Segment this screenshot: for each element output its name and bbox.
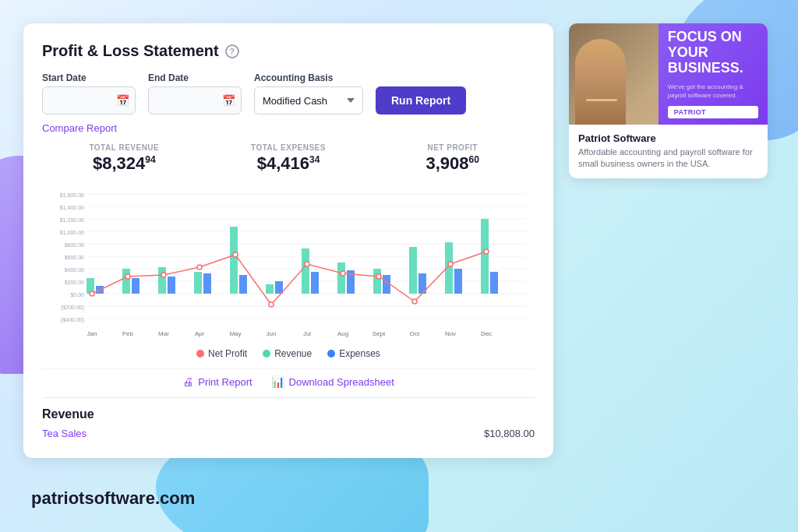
print-report-link[interactable]: 🖨 Print Report <box>182 375 252 388</box>
end-date-group: End Date 📅 <box>148 72 242 115</box>
svg-point-58 <box>90 291 94 296</box>
tea-sales-amount: $10,808.00 <box>484 428 535 439</box>
svg-text:May: May <box>229 330 241 337</box>
legend-expenses-label: Expenses <box>339 348 380 359</box>
svg-point-59 <box>125 274 130 279</box>
svg-rect-48 <box>168 277 175 294</box>
end-date-input[interactable] <box>148 86 242 115</box>
ad-subtext: We've got the accounting & payroll softw… <box>668 83 758 100</box>
svg-rect-45 <box>481 219 489 294</box>
svg-text:Oct: Oct <box>410 330 420 337</box>
compare-report-link[interactable]: Compare Report <box>42 122 117 134</box>
stats-row: TOTAL REVENUE $8,32494 TOTAL EXPENSES $4… <box>42 143 535 174</box>
svg-rect-47 <box>132 278 139 294</box>
spreadsheet-icon: 📊 <box>271 375 284 388</box>
ad-headline: FOCUS ON YOUR BUSINESS. <box>668 30 758 76</box>
action-links: 🖨 Print Report 📊 Download Spreadsheet <box>42 368 535 388</box>
legend-revenue: Revenue <box>263 348 312 359</box>
svg-point-69 <box>484 249 489 254</box>
svg-rect-52 <box>311 272 319 294</box>
revenue-section: Revenue Tea Sales $10,808.00 <box>42 397 535 439</box>
svg-text:$200.00: $200.00 <box>65 280 84 285</box>
svg-rect-37 <box>194 272 202 294</box>
total-expenses-stat: TOTAL EXPENSES $4,41634 <box>207 143 371 174</box>
svg-point-68 <box>448 262 453 266</box>
svg-text:Sept: Sept <box>373 330 386 337</box>
svg-rect-57 <box>490 272 498 294</box>
start-date-group: Start Date 📅 <box>42 72 136 115</box>
svg-rect-50 <box>239 275 247 294</box>
net-profit-value: 3,90860 <box>370 153 535 174</box>
form-row: Start Date 📅 End Date 📅 Accounting Basis… <box>42 72 535 115</box>
net-profit-stat: NET PROFIT 3,90860 <box>370 143 535 174</box>
download-spreadsheet-link[interactable]: 📊 Download Spreadsheet <box>271 375 394 388</box>
accounting-basis-group: Accounting Basis Modified Cash Accrual C… <box>254 72 363 115</box>
svg-point-61 <box>197 265 202 270</box>
ad-image-area: FOCUS ON YOUR BUSINESS. We've got the ac… <box>569 23 768 125</box>
card-title-row: Profit & Loss Statement ? <box>42 42 535 60</box>
legend-dot-net-profit <box>196 350 204 358</box>
svg-point-64 <box>305 262 309 266</box>
printer-icon: 🖨 <box>182 375 193 388</box>
svg-rect-38 <box>230 227 238 294</box>
svg-text:$600.00: $600.00 <box>65 255 84 260</box>
right-panel: FOCUS ON YOUR BUSINESS. We've got the ac… <box>569 23 768 188</box>
svg-point-67 <box>412 299 417 304</box>
ad-logo: PATRIOT <box>668 106 758 118</box>
necklace <box>586 99 617 101</box>
svg-point-60 <box>161 273 166 277</box>
svg-text:Jun: Jun <box>267 330 277 337</box>
legend-net-profit-label: Net Profit <box>208 348 247 359</box>
chart-legend: Net Profit Revenue Expenses <box>42 348 535 359</box>
svg-text:($200.00): ($200.00) <box>61 305 84 311</box>
total-expenses-value: $4,41634 <box>207 153 371 174</box>
legend-net-profit: Net Profit <box>196 348 247 359</box>
svg-text:Mar: Mar <box>158 330 169 337</box>
svg-text:Apr: Apr <box>195 330 205 337</box>
ad-overlay: FOCUS ON YOUR BUSINESS. We've got the ac… <box>659 23 768 125</box>
svg-rect-49 <box>203 273 211 294</box>
revenue-title: Revenue <box>42 407 535 421</box>
run-report-button[interactable]: Run Report <box>376 86 466 115</box>
chart-container: $1,600.00 $1,400.00 $1,200.00 $1,000.00 … <box>42 186 535 342</box>
svg-text:$1,600.00: $1,600.00 <box>60 192 84 198</box>
chart-svg: $1,600.00 $1,400.00 $1,200.00 $1,000.00 … <box>42 186 535 342</box>
tea-sales-link[interactable]: Tea Sales <box>42 428 87 439</box>
svg-point-63 <box>269 302 274 307</box>
svg-text:$1,400.00: $1,400.00 <box>60 205 84 210</box>
svg-text:$1,000.00: $1,000.00 <box>60 230 84 235</box>
svg-point-66 <box>376 274 381 279</box>
total-revenue-stat: TOTAL REVENUE $8,32494 <box>42 143 207 174</box>
accounting-basis-select[interactable]: Modified Cash Accrual Cash <box>254 86 363 115</box>
main-card: Profit & Loss Statement ? Start Date 📅 E… <box>23 23 553 458</box>
info-icon[interactable]: ? <box>225 44 239 58</box>
svg-text:$0.00: $0.00 <box>70 292 84 298</box>
svg-text:$400.00: $400.00 <box>65 267 84 273</box>
svg-rect-40 <box>302 248 309 294</box>
start-date-input[interactable] <box>42 86 136 115</box>
svg-text:($400.00): ($400.00) <box>61 317 84 323</box>
revenue-row: Tea Sales $10,808.00 <box>42 428 535 439</box>
svg-text:Feb: Feb <box>122 330 133 337</box>
svg-rect-56 <box>454 269 462 294</box>
total-expenses-label: TOTAL EXPENSES <box>207 143 371 152</box>
net-profit-label: NET PROFIT <box>370 143 535 152</box>
svg-text:Jul: Jul <box>303 330 311 337</box>
legend-dot-revenue <box>263 350 270 358</box>
svg-text:$1,200.00: $1,200.00 <box>60 217 84 223</box>
total-revenue-value: $8,32494 <box>42 153 207 174</box>
svg-text:Nov: Nov <box>445 330 456 337</box>
svg-rect-42 <box>373 269 381 294</box>
legend-revenue-label: Revenue <box>274 348 312 359</box>
svg-rect-35 <box>122 269 130 294</box>
start-date-label: Start Date <box>42 72 136 83</box>
legend-expenses: Expenses <box>327 348 380 359</box>
brand-text: patriotsoftware.com <box>31 488 195 509</box>
start-date-wrapper: 📅 <box>42 86 136 115</box>
svg-text:Jan: Jan <box>87 330 97 337</box>
svg-rect-39 <box>266 284 274 294</box>
svg-point-62 <box>233 252 238 257</box>
ad-desc: Affordable accounting and payroll softwa… <box>578 146 758 171</box>
total-revenue-label: TOTAL REVENUE <box>42 143 207 152</box>
svg-rect-36 <box>158 267 166 294</box>
